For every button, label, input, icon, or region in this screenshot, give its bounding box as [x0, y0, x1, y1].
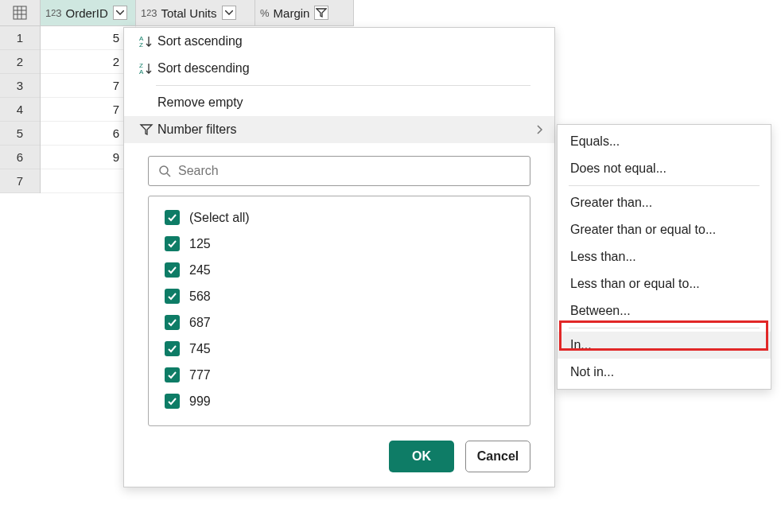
search-input[interactable] — [178, 164, 520, 178]
percent-type-icon: % — [260, 7, 270, 19]
filter-value-item[interactable]: 245 — [165, 257, 530, 283]
filter-icon — [135, 122, 157, 137]
value-label: 745 — [189, 342, 211, 356]
data-cell[interactable]: 2 — [41, 50, 136, 74]
column-header-orderid[interactable]: 123 OrderID — [41, 0, 136, 26]
menu-remove-empty[interactable]: Remove empty — [124, 89, 554, 116]
filter-values-scroll[interactable]: (Select all) 125 245 568 687 745 777 999 — [165, 204, 530, 417]
data-cell[interactable]: 6 — [41, 122, 136, 146]
column-label: Margin — [274, 6, 310, 20]
row-number[interactable]: 3 — [0, 74, 40, 98]
filter-value-item[interactable]: 777 — [165, 362, 530, 388]
column-header-margin[interactable]: % Margin — [255, 0, 354, 26]
checkbox-checked-icon[interactable] — [165, 341, 180, 356]
checkbox-checked-icon[interactable] — [165, 289, 180, 304]
table-icon — [13, 6, 27, 20]
filter-greater-than[interactable]: Greater than... — [558, 189, 771, 216]
svg-line-10 — [167, 173, 170, 177]
filter-equals[interactable]: Equals... — [558, 128, 771, 155]
svg-rect-0 — [14, 6, 26, 19]
row-number[interactable]: 4 — [0, 98, 40, 122]
row-number[interactable]: 2 — [0, 50, 40, 74]
chevron-right-icon — [536, 124, 543, 135]
menu-divider — [569, 328, 760, 328]
checkbox-checked-icon[interactable] — [165, 236, 180, 251]
column-filter-dropdown[interactable] — [314, 6, 328, 20]
menu-divider — [156, 85, 530, 86]
menu-label: Number filters — [157, 122, 237, 137]
filter-less-than-equal[interactable]: Less than or equal to... — [558, 270, 771, 297]
value-label: (Select all) — [189, 211, 250, 225]
filter-value-item[interactable]: 125 — [165, 231, 530, 257]
filter-value-item[interactable]: 687 — [165, 309, 530, 336]
checkbox-checked-icon[interactable] — [165, 367, 180, 382]
sort-asc-icon: AZ — [135, 34, 157, 49]
filter-values-list: (Select all) 125 245 568 687 745 777 999 — [148, 196, 530, 426]
select-all-corner[interactable] — [0, 0, 40, 26]
row-number[interactable]: 1 — [0, 26, 40, 50]
filter-value-item[interactable]: 745 — [165, 336, 530, 362]
column-header-totalunits[interactable]: 123 Total Units — [136, 0, 255, 26]
filter-value-item[interactable]: 568 — [165, 283, 530, 309]
data-cell[interactable]: 5 — [41, 26, 136, 50]
filter-value-select-all[interactable]: (Select all) — [165, 204, 530, 231]
column-filter-menu: AZ Sort ascending ZA Sort descending Rem… — [123, 27, 555, 487]
value-label: 999 — [189, 394, 211, 409]
filter-value-item[interactable]: 999 — [165, 388, 530, 414]
cancel-button[interactable]: Cancel — [465, 441, 530, 472]
filter-active-icon — [316, 7, 327, 18]
ok-button[interactable]: OK — [389, 441, 454, 472]
checkbox-checked-icon[interactable] — [165, 210, 180, 225]
chevron-down-icon — [225, 10, 233, 15]
filter-between[interactable]: Between... — [558, 297, 771, 324]
menu-label: Remove empty — [157, 95, 243, 110]
column-label: Total Units — [161, 6, 217, 20]
filter-in[interactable]: In... — [558, 332, 771, 359]
filter-not-in[interactable]: Not in... — [558, 359, 771, 386]
data-cell[interactable] — [41, 169, 136, 193]
number-type-icon: 123 — [45, 7, 62, 19]
search-box[interactable] — [148, 156, 530, 186]
menu-number-filters[interactable]: Number filters — [124, 116, 554, 143]
number-filters-submenu: Equals... Does not equal... Greater than… — [557, 124, 771, 390]
menu-label: Sort descending — [157, 61, 250, 76]
menu-divider — [569, 185, 760, 186]
value-label: 568 — [189, 289, 211, 304]
search-icon — [158, 165, 172, 178]
value-label: 125 — [189, 237, 211, 251]
filter-less-than[interactable]: Less than... — [558, 243, 771, 270]
filter-greater-than-equal[interactable]: Greater than or equal to... — [558, 216, 771, 243]
column-filter-dropdown[interactable] — [222, 6, 236, 20]
checkbox-checked-icon[interactable] — [165, 262, 180, 278]
filter-does-not-equal[interactable]: Does not equal... — [558, 155, 771, 182]
sort-desc-icon: ZA — [135, 61, 157, 76]
number-type-icon: 123 — [141, 7, 157, 19]
data-cell[interactable]: 7 — [41, 98, 136, 122]
value-label: 777 — [189, 368, 211, 382]
checkbox-checked-icon[interactable] — [165, 315, 180, 330]
menu-sort-descending[interactable]: ZA Sort descending — [124, 55, 554, 82]
column-filter-dropdown[interactable] — [113, 6, 127, 20]
svg-text:Z: Z — [139, 41, 143, 49]
menu-sort-ascending[interactable]: AZ Sort ascending — [124, 28, 554, 55]
value-label: 687 — [189, 316, 211, 330]
checkbox-checked-icon[interactable] — [165, 394, 180, 409]
row-number[interactable]: 7 — [0, 169, 40, 193]
data-cell[interactable]: 9 — [41, 146, 136, 169]
row-number[interactable]: 6 — [0, 146, 40, 169]
column-label: OrderID — [66, 6, 108, 20]
menu-label: Sort ascending — [157, 34, 243, 49]
svg-text:A: A — [139, 68, 144, 76]
value-label: 245 — [189, 263, 211, 278]
svg-point-9 — [160, 166, 168, 174]
data-cell[interactable]: 7 — [41, 74, 136, 98]
row-number[interactable]: 5 — [0, 122, 40, 146]
chevron-down-icon — [116, 10, 124, 15]
